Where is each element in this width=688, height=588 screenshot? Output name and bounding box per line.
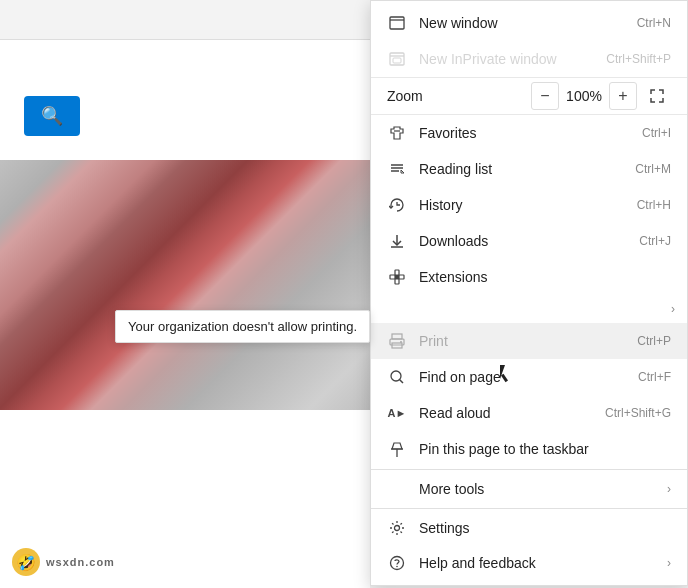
svg-point-24 [395,526,400,531]
find-label: Find on page [419,369,630,385]
zoom-plus-btn[interactable]: + [609,82,637,110]
inprivate-icon [387,49,407,69]
print-shortcut: Ctrl+P [637,334,671,348]
menu-item-pin-taskbar[interactable]: Pin this page to the taskbar [371,431,687,467]
pin-icon [387,439,407,459]
reading-list-label: Reading list [419,161,627,177]
zoom-row: Zoom − 100% + [371,77,687,115]
watermark-text: wsxdn.com [46,556,115,568]
menu-item-help[interactable]: Help and feedback › [371,545,687,581]
menu-item-favorites[interactable]: Favorites Ctrl+I [371,115,687,151]
favorites-shortcut: Ctrl+I [642,126,671,140]
zoom-fullscreen-btn[interactable] [643,82,671,110]
tooltip-text: Your organization doesn't allow printing… [128,319,357,334]
print-label: Print [419,333,629,349]
svg-rect-11 [390,275,395,279]
watermark-icon: 🤣 [12,548,40,576]
svg-rect-12 [395,270,399,275]
menu-item-print-submenu[interactable]: › [371,295,687,323]
zoom-minus-btn[interactable]: − [531,82,559,110]
reading-list-icon [387,159,407,179]
help-label: Help and feedback [419,555,659,571]
page-image [0,160,370,410]
svg-rect-15 [395,275,399,279]
find-icon [387,367,407,387]
new-window-icon [387,13,407,33]
zoom-controls: − 100% + [531,82,671,110]
menu-item-downloads[interactable]: Downloads Ctrl+J [371,223,687,259]
new-window-label: New window [419,15,629,31]
print-icon [387,331,407,351]
favorites-label: Favorites [419,125,634,141]
settings-icon [387,518,407,538]
tooltip-box: Your organization doesn't allow printing… [115,310,370,343]
extensions-icon [387,267,407,287]
menu-item-reading-list[interactable]: Reading list Ctrl+M [371,151,687,187]
favorites-icon [387,123,407,143]
svg-rect-4 [393,58,401,63]
svg-point-26 [396,566,398,568]
menu-item-new-window[interactable]: New window Ctrl+N [371,5,687,41]
menu-item-find[interactable]: Find on page Ctrl+F [371,359,687,395]
extensions-label: Extensions [419,269,671,285]
menu-item-print[interactable]: Print Ctrl+P [371,323,687,359]
menu-item-more-tools[interactable]: More tools › [371,469,687,506]
read-aloud-shortcut: Ctrl+Shift+G [605,406,671,420]
svg-rect-13 [399,275,404,279]
read-aloud-label: Read aloud [419,405,597,421]
find-shortcut: Ctrl+F [638,370,671,384]
more-tools-icon [387,479,407,499]
zoom-label: Zoom [387,88,531,104]
svg-rect-16 [392,334,402,339]
zoom-value: 100% [563,88,605,104]
reading-list-shortcut: Ctrl+M [635,162,671,176]
svg-rect-14 [395,279,399,284]
settings-label: Settings [419,520,671,536]
inprivate-label: New InPrivate window [419,51,598,67]
history-icon [387,195,407,215]
downloads-icon [387,231,407,251]
menu-item-extensions[interactable]: Extensions [371,259,687,295]
watermark: 🤣 wsxdn.com [12,548,115,576]
print-submenu-chevron: › [671,302,675,316]
new-window-shortcut: Ctrl+N [637,16,671,30]
downloads-label: Downloads [419,233,631,249]
read-aloud-icon: A► [387,403,407,423]
menu-item-history[interactable]: History Ctrl+H [371,187,687,223]
inprivate-shortcut: Ctrl+Shift+P [606,52,671,66]
help-chevron: › [667,556,671,570]
svg-point-19 [400,341,402,343]
more-tools-chevron: › [667,482,671,496]
menu-item-read-aloud[interactable]: A► Read aloud Ctrl+Shift+G [371,395,687,431]
menu-item-inprivate: New InPrivate window Ctrl+Shift+P [371,41,687,77]
help-icon [387,553,407,573]
history-label: History [419,197,629,213]
dropdown-menu: New window Ctrl+N New InPrivate window C… [370,0,688,586]
more-tools-label: More tools [419,481,659,497]
pin-taskbar-label: Pin this page to the taskbar [419,441,671,457]
svg-rect-0 [390,17,404,29]
svg-line-21 [400,380,404,384]
history-shortcut: Ctrl+H [637,198,671,212]
search-button[interactable]: 🔍 [24,96,80,136]
menu-item-settings[interactable]: Settings [371,508,687,545]
downloads-shortcut: Ctrl+J [639,234,671,248]
